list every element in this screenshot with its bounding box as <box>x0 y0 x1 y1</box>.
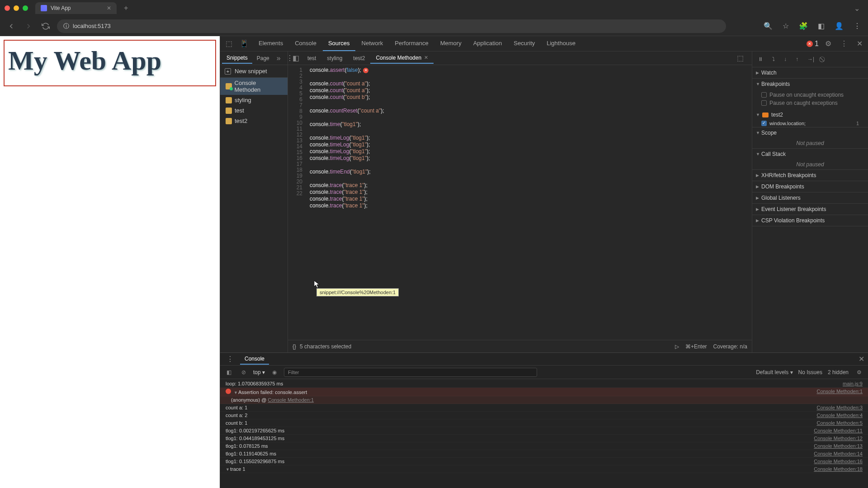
browser-menu-icon[interactable]: ⋮ <box>852 20 863 32</box>
csp-section[interactable]: ▶CSP Violation Breakpoints <box>752 215 868 226</box>
source-link[interactable]: Console Methoden:14 <box>814 451 863 456</box>
close-window-button[interactable] <box>5 5 10 11</box>
close-tab-icon[interactable]: ✕ <box>424 55 428 61</box>
devtools-tab-sources[interactable]: Sources <box>323 36 355 51</box>
toggle-navigator-icon[interactable]: ◧ <box>290 52 302 64</box>
format-code-icon[interactable]: ⬚ <box>734 52 746 64</box>
context-selector[interactable]: top ▾ <box>253 369 265 375</box>
tab-snippets[interactable]: Snippets <box>222 53 252 64</box>
event-section[interactable]: ▶Event Listener Breakpoints <box>752 204 868 215</box>
console-row[interactable]: tlog1: 0.002197265625 msConsole Methoden… <box>220 427 868 435</box>
breakpoint-item[interactable]: window.location;1 <box>752 120 868 127</box>
editor-tab[interactable]: test <box>302 53 321 63</box>
source-link[interactable]: Console Methoden:13 <box>814 443 863 449</box>
back-button[interactable] <box>5 20 17 32</box>
console-row[interactable]: tlog1: 0.119140625 msConsole Methoden:14 <box>220 450 868 458</box>
devtools-tab-elements[interactable]: Elements <box>253 36 288 51</box>
console-filter-input[interactable]: Filter <box>284 368 537 377</box>
devtools-tab-memory[interactable]: Memory <box>435 36 467 51</box>
device-toolbar-icon[interactable]: 📱 <box>237 38 251 50</box>
devtools-tab-performance[interactable]: Performance <box>389 36 434 51</box>
devtools-tab-security[interactable]: Security <box>508 36 540 51</box>
editor-tab[interactable]: test2 <box>348 53 370 63</box>
site-info-icon[interactable]: ⓘ <box>63 22 69 30</box>
snippet-item[interactable]: styling <box>220 95 288 105</box>
devtools-tab-application[interactable]: Application <box>468 36 508 51</box>
source-link[interactable]: Console Methoden:16 <box>814 459 863 464</box>
console-row[interactable]: tlog1: 0.044189453125 msConsole Methoden… <box>220 435 868 442</box>
live-expression-icon[interactable]: ◉ <box>269 367 279 377</box>
step-icon[interactable]: →| <box>805 54 817 64</box>
expand-arrow-icon[interactable]: ▼ <box>234 390 238 395</box>
console-menu-icon[interactable]: ⋮ <box>224 353 236 365</box>
profile-icon[interactable]: 👤 <box>833 20 845 32</box>
devtools-tab-lighthouse[interactable]: Lighthouse <box>541 36 581 51</box>
issues-link[interactable]: No Issues <box>798 369 822 375</box>
step-into-icon[interactable]: ↓ <box>781 54 789 64</box>
more-tabs-icon[interactable]: » <box>274 52 283 64</box>
extension-icon[interactable]: 🧩 <box>797 20 810 32</box>
code-editor[interactable]: 12345678910111213141516171819202122 cons… <box>288 65 752 340</box>
source-link[interactable]: Console Methoden:18 <box>814 466 863 472</box>
console-output[interactable]: loop: 1.070068359375 msmain.js:9▼Asserti… <box>220 379 868 488</box>
pause-caught-checkbox[interactable]: Pause on caught exceptions <box>761 99 864 107</box>
run-snippet-icon[interactable]: ▷ <box>675 343 679 350</box>
console-row[interactable]: tlog1: 0.078125 msConsole Methoden:13 <box>220 442 868 450</box>
source-link[interactable]: Console Methoden:3 <box>816 405 863 410</box>
source-link[interactable]: Console Methoden:1 <box>816 389 863 395</box>
clear-console-icon[interactable]: ⊘ <box>239 367 249 377</box>
devtools-menu-icon[interactable]: ⋮ <box>838 38 850 50</box>
watch-section[interactable]: ▶Watch <box>752 67 868 78</box>
forward-button[interactable] <box>23 20 34 32</box>
log-levels-selector[interactable]: Default levels ▾ <box>756 369 793 375</box>
tab-page[interactable]: Page <box>252 53 274 63</box>
xhr-section[interactable]: ▶XHR/fetch Breakpoints <box>752 170 868 181</box>
new-snippet-button[interactable]: + New snippet <box>220 65 288 78</box>
scope-section[interactable]: ▼Scope <box>752 127 868 138</box>
console-row[interactable]: (anonymous) @ Console Methoden:1 <box>220 396 868 404</box>
dom-section[interactable]: ▶DOM Breakpoints <box>752 181 868 192</box>
toggle-sidebar-icon[interactable]: ◧ <box>224 367 234 377</box>
new-tab-button[interactable]: + <box>120 2 132 14</box>
tab-close-icon[interactable]: ✕ <box>107 5 111 11</box>
devtools-tab-network[interactable]: Network <box>356 36 389 51</box>
console-row[interactable]: count b: 1Console Methoden:5 <box>220 419 868 427</box>
close-drawer-icon[interactable]: ✕ <box>859 355 864 363</box>
zoom-icon[interactable]: 🔍 <box>762 20 774 32</box>
console-tab[interactable]: Console <box>240 354 269 365</box>
console-row[interactable]: ▼Assertion failed: console.assertConsole… <box>220 388 868 396</box>
settings-icon[interactable]: ⚙ <box>822 38 834 50</box>
format-icon[interactable]: {} <box>292 343 296 350</box>
inspect-element-icon[interactable]: ⬚ <box>223 38 235 50</box>
expand-arrow-icon[interactable]: ▼ <box>226 467 230 472</box>
error-marker-icon[interactable]: ✕ <box>363 68 368 73</box>
console-row[interactable]: count a: 2Console Methoden:4 <box>220 412 868 419</box>
snippet-item[interactable]: Console Methoden <box>220 78 288 95</box>
url-input[interactable]: ⓘ localhost:5173 <box>57 19 726 33</box>
bookmark-icon[interactable]: ☆ <box>781 20 791 32</box>
pause-uncaught-checkbox[interactable]: Pause on uncaught exceptions <box>761 91 864 99</box>
source-link[interactable]: Console Methoden:1 <box>268 397 314 403</box>
source-link[interactable]: main.js:9 <box>843 381 863 386</box>
error-badge[interactable]: ✕ 1 <box>807 40 819 48</box>
editor-tab[interactable]: styling <box>321 53 348 63</box>
editor-tab[interactable]: Console Methoden ✕ <box>370 53 434 64</box>
console-row[interactable]: count a: 1Console Methoden:3 <box>220 404 868 412</box>
breakpoints-section[interactable]: ▼Breakpoints <box>752 79 868 89</box>
step-out-icon[interactable]: ↑ <box>793 54 801 64</box>
minimize-window-button[interactable] <box>14 5 19 11</box>
console-row[interactable]: ▼trace 1Console Methoden:18 <box>220 465 868 473</box>
source-link[interactable]: Console Methoden:4 <box>816 413 863 418</box>
source-link[interactable]: Console Methoden:12 <box>814 436 863 441</box>
console-row[interactable]: loop: 1.070068359375 msmain.js:9 <box>220 380 868 388</box>
callstack-section[interactable]: ▼Call Stack <box>752 149 868 160</box>
source-link[interactable]: Console Methoden:11 <box>814 428 863 433</box>
sidepanel-icon[interactable]: ◧ <box>816 20 826 32</box>
browser-tab[interactable]: Vite App ✕ <box>35 2 117 14</box>
code-content[interactable]: console.assert(false);✕ console.count("c… <box>306 65 752 340</box>
close-devtools-icon[interactable]: ✕ <box>854 38 865 50</box>
pause-button[interactable]: ⏸ <box>755 54 766 64</box>
deactivate-breakpoints-icon[interactable]: ⃠ <box>821 54 826 64</box>
snippet-item[interactable]: test <box>220 105 288 116</box>
tabs-dropdown-button[interactable]: ⌄ <box>850 3 863 14</box>
